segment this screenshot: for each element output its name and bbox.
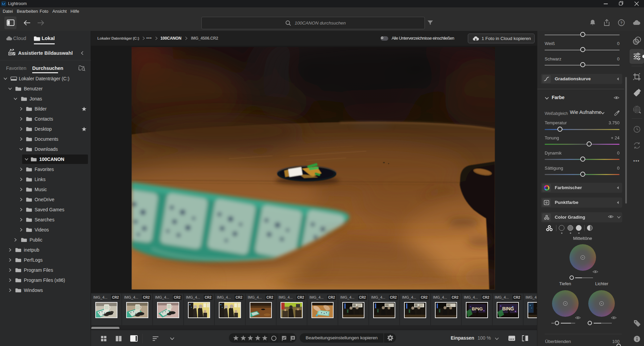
svg-text:?: ? (620, 21, 623, 25)
